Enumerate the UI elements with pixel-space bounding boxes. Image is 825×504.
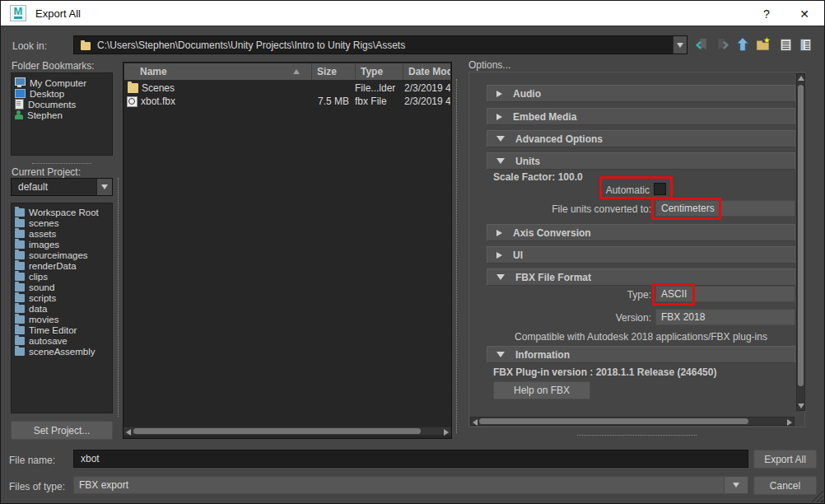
file-name-label: File name: — [9, 455, 55, 466]
file-row-scenes[interactable]: Scenes File...lder 2/3/2019 4:5 — [124, 82, 450, 95]
files-of-type-label: Files of type: — [9, 481, 65, 492]
project-folder-item[interactable]: renderData — [12, 260, 112, 271]
sidebar-splitter[interactable] — [32, 163, 91, 164]
chevron-down-icon — [724, 477, 748, 493]
help-on-fbx-button[interactable]: Help on FBX — [493, 381, 590, 399]
options-label: Options... — [468, 59, 510, 71]
section-axis-conversion[interactable]: Axis Conversion — [487, 224, 795, 241]
section-audio[interactable]: Audio — [487, 85, 795, 102]
left-splitter[interactable] — [118, 178, 119, 417]
project-folder-item[interactable]: scripts — [12, 292, 112, 303]
new-folder-icon[interactable] — [755, 36, 771, 53]
version-dropdown[interactable]: FBX 2018 — [655, 309, 795, 325]
options-vscrollbar[interactable] — [796, 73, 805, 411]
project-folder-item[interactable]: assets — [12, 228, 112, 239]
section-embed-media[interactable]: Embed Media — [487, 108, 795, 125]
bookmark-item-documents[interactable]: Documents — [12, 99, 112, 110]
folder-icon — [15, 251, 25, 259]
project-folder-item[interactable]: autosave — [12, 335, 112, 346]
cancel-button[interactable]: Cancel — [753, 476, 817, 495]
look-in-dropdown-arrow[interactable] — [673, 36, 687, 54]
folder-icon — [81, 42, 91, 50]
options-hscrollbar[interactable] — [470, 417, 795, 426]
scroll-right-icon[interactable] — [787, 419, 792, 426]
export-all-button[interactable]: Export All — [753, 450, 817, 469]
files-of-type-dropdown[interactable]: FBX export — [73, 476, 748, 494]
vscroll-thumb[interactable] — [798, 85, 804, 386]
project-folder-item[interactable]: clips — [12, 271, 112, 282]
look-in-combobox[interactable]: C:\Users\Stephen\Documents\Unity Project… — [73, 35, 688, 54]
folder-icon — [128, 83, 138, 93]
folder-bookmarks-list: My Computer Desktop Documents Stephen — [11, 72, 113, 156]
section-ui[interactable]: UI — [487, 246, 795, 264]
project-folder-item[interactable]: images — [12, 239, 112, 250]
details-view-icon[interactable] — [798, 37, 813, 53]
file-list-panel: Name Size Type Date Modi Scenes File...l… — [123, 62, 452, 439]
set-project-button[interactable]: Set Project... — [11, 421, 113, 440]
section-information[interactable]: Information — [487, 346, 795, 363]
chevron-right-icon — [496, 252, 502, 259]
section-fbx-file-format[interactable]: FBX File Format — [487, 268, 795, 286]
project-folder-item[interactable]: scenes — [12, 217, 112, 228]
center-splitter[interactable] — [456, 79, 457, 433]
project-folder-item[interactable]: Workspace Root — [12, 207, 112, 217]
hscroll-thumb[interactable] — [133, 428, 421, 434]
folder-icon — [15, 283, 25, 292]
column-header-date-modified[interactable]: Date Modi — [403, 63, 450, 80]
folder-icon — [15, 240, 25, 249]
scroll-left-icon[interactable] — [126, 429, 131, 436]
bookmark-item-my-computer[interactable]: My Computer — [12, 77, 112, 88]
hscroll-thumb[interactable] — [479, 418, 748, 424]
centimeters-highlight-box — [651, 198, 721, 220]
folder-icon — [15, 262, 25, 270]
project-folders-list: Workspace Root scenes assets images sour… — [11, 203, 113, 413]
folder-icon — [15, 273, 25, 281]
project-folder-item[interactable]: Time Editor — [12, 324, 112, 335]
desktop-icon — [15, 89, 26, 98]
automatic-highlight-box — [599, 176, 673, 199]
scroll-up-icon[interactable] — [798, 76, 804, 81]
section-units[interactable]: Units — [487, 152, 795, 170]
compatible-note: Compatible with Autodesk 2018 applicatio… — [487, 331, 795, 343]
project-folder-item[interactable]: sound — [12, 282, 112, 292]
project-folder-item[interactable]: movies — [12, 314, 112, 324]
file-units-label: File units converted to: — [495, 203, 651, 215]
user-icon — [15, 110, 23, 119]
folder-icon — [15, 315, 25, 324]
scroll-left-icon[interactable] — [473, 419, 478, 426]
bookmark-item-desktop[interactable]: Desktop — [12, 88, 112, 99]
folder-icon — [15, 230, 25, 238]
project-folder-item[interactable]: sourceimages — [12, 250, 112, 260]
chevron-right-icon — [496, 114, 502, 120]
bottom-splitter[interactable] — [577, 435, 697, 436]
file-list-hscrollbar[interactable] — [124, 427, 451, 436]
column-header-name[interactable]: Name — [124, 63, 311, 80]
chevron-right-icon — [496, 230, 502, 236]
bookmark-forward-icon[interactable] — [715, 37, 730, 53]
bookmark-item-stephen[interactable]: Stephen — [12, 110, 112, 120]
project-folder-item[interactable]: sceneAssembly — [12, 346, 112, 357]
chevron-down-icon — [496, 158, 505, 164]
file-row-xbot-fbx[interactable]: xbot.fbx 7.5 MB fbx File 2/3/2019 4:5 — [124, 95, 450, 108]
column-header-size[interactable]: Size — [311, 63, 355, 80]
project-folder-item[interactable]: data — [12, 303, 112, 314]
scroll-down-icon[interactable] — [798, 404, 804, 408]
close-button[interactable]: ✕ — [796, 6, 813, 22]
scroll-right-icon[interactable] — [444, 429, 449, 436]
file-name-input[interactable] — [73, 450, 748, 468]
folder-icon — [15, 208, 25, 217]
list-view-icon[interactable] — [778, 37, 794, 53]
sort-ascending-icon — [293, 69, 300, 74]
folder-icon — [15, 348, 25, 356]
section-advanced-options[interactable]: Advanced Options — [487, 130, 795, 147]
current-project-dropdown[interactable]: default — [11, 178, 113, 196]
fbx-file-icon — [127, 96, 138, 107]
up-one-level-icon[interactable] — [734, 36, 751, 53]
bookmark-back-icon[interactable] — [694, 37, 710, 53]
folder-icon — [15, 337, 25, 345]
folder-icon — [15, 219, 25, 227]
help-button[interactable]: ? — [758, 6, 775, 22]
column-header-type[interactable]: Type — [355, 63, 403, 80]
folder-bookmarks-label: Folder Bookmarks: — [12, 60, 95, 72]
ascii-highlight-box — [652, 283, 695, 306]
